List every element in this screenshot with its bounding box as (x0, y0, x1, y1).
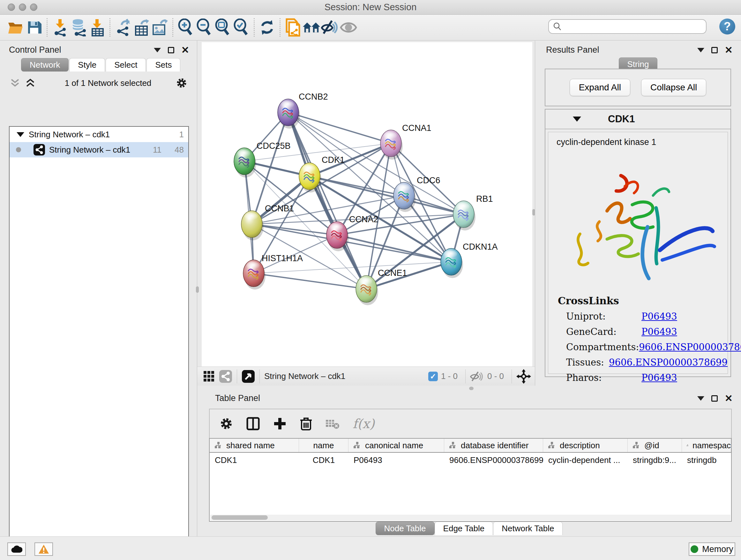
column-header-namespac[interactable]: namespac (682, 439, 731, 452)
search-input[interactable] (562, 22, 699, 32)
pan-crosshair-icon[interactable] (516, 369, 531, 384)
panel-menu-icon[interactable] (697, 48, 704, 52)
cell-database-identifier[interactable]: 9606.ENSP00000378699 (444, 455, 543, 465)
network-row[interactable]: String Network – cdk1 11 48 (10, 142, 188, 158)
tab-network[interactable]: Network (21, 58, 69, 71)
panel-float-icon[interactable] (711, 47, 718, 53)
node-RB1[interactable]: RB1 (453, 194, 493, 231)
panel-menu-icon[interactable] (697, 396, 704, 401)
panel-close-icon[interactable]: ✕ (725, 395, 733, 401)
column-type-icon (353, 442, 361, 449)
panel-menu-icon[interactable] (154, 48, 161, 52)
crosslink-link[interactable]: P06493 (642, 372, 677, 383)
warnings-button[interactable] (35, 543, 53, 556)
cell-description[interactable]: cyclin-dependent ... (543, 455, 628, 465)
collapse-all-icon[interactable] (10, 78, 20, 88)
edge-CCNB2-CCNA1[interactable] (288, 112, 391, 143)
node-CDKN1A[interactable]: CDKN1A (441, 242, 498, 278)
export-image-icon[interactable] (151, 18, 169, 37)
close-window-icon[interactable] (8, 3, 15, 11)
panel-float-icon[interactable] (711, 395, 718, 401)
column-header-description[interactable]: description (543, 439, 628, 452)
import-network-icon[interactable] (51, 18, 69, 37)
crosslink-link[interactable]: P06493 (642, 326, 677, 337)
crosslink-link[interactable]: 9606.ENSP00000378699 (609, 357, 728, 368)
panel-close-icon[interactable]: ✕ (725, 47, 733, 53)
edge-CCNB1-CCNA2[interactable] (252, 224, 337, 235)
minimize-window-icon[interactable] (19, 3, 26, 11)
select-columns-icon[interactable] (246, 417, 260, 431)
delete-column-icon[interactable] (300, 416, 313, 431)
network-badge-icon[interactable] (219, 370, 232, 383)
edge-CCNB2-RB1[interactable] (288, 112, 464, 214)
collapse-all-button[interactable]: Collapse All (641, 79, 706, 96)
network-canvas[interactable]: CCNB2CCNA1CDC25BCDK1CDC6RB1CCNB1CCNA2CDK… (202, 42, 532, 367)
tab-edge-table[interactable]: Edge Table (434, 522, 493, 535)
help-icon[interactable]: ? (719, 18, 735, 35)
show-all-icon[interactable] (339, 18, 358, 37)
expand-all-button[interactable]: Expand All (569, 79, 630, 96)
add-column-icon[interactable] (273, 417, 287, 431)
edge-CDK1-RB1[interactable] (310, 176, 464, 214)
birds-eye-view-icon[interactable] (242, 370, 255, 383)
first-neighbors-icon[interactable] (302, 18, 321, 37)
node-CCNE1[interactable]: CCNE1 (356, 268, 407, 305)
scrollbar-thumb[interactable] (212, 515, 268, 520)
section-expander-icon[interactable] (573, 117, 581, 122)
node-CCNA1[interactable]: CCNA1 (381, 123, 431, 160)
cell-name[interactable]: CDK1 (299, 455, 348, 465)
cell-@id[interactable]: stringdb:9... (628, 455, 682, 465)
cell-namespac[interactable]: stringdb (682, 455, 731, 465)
table-gear-icon[interactable] (219, 417, 233, 431)
export-table-icon[interactable] (132, 18, 151, 37)
column-header-shared-name[interactable]: shared name (210, 439, 299, 452)
tree-expander-icon[interactable] (17, 132, 24, 137)
table-row[interactable]: CDK1CDK1P064939606.ENSP00000378699cyclin… (210, 453, 731, 468)
grid-view-icon[interactable] (202, 370, 216, 383)
save-session-icon[interactable] (25, 18, 44, 37)
panel-float-icon[interactable] (168, 47, 174, 53)
edge-HIST1H1A-CCNE1[interactable] (254, 273, 366, 289)
panel-close-icon[interactable]: ✕ (181, 47, 189, 53)
left-splitter-grip[interactable] (196, 287, 199, 293)
zoom-in-icon[interactable] (177, 18, 195, 37)
tab-style[interactable]: Style (69, 58, 105, 71)
hide-selected-icon[interactable] (321, 18, 339, 37)
gene-section-header[interactable]: CDK1 (545, 110, 731, 129)
clone-network-icon[interactable] (284, 18, 302, 37)
tab-network-table[interactable]: Network Table (493, 522, 562, 535)
cloud-status-button[interactable] (7, 543, 26, 556)
crosslink-link[interactable]: 9606.ENSP00000378699 (639, 341, 741, 353)
crosslink-link[interactable]: P06493 (642, 311, 677, 322)
horizontal-splitter[interactable] (197, 386, 741, 391)
column-header-name[interactable]: name (299, 439, 348, 452)
maximize-window-icon[interactable] (30, 3, 37, 11)
import-table-icon[interactable] (88, 18, 106, 37)
network-type-icon (33, 144, 45, 156)
expand-all-icon[interactable] (25, 78, 36, 88)
apply-layout-icon[interactable] (258, 18, 276, 37)
selected-indicator-checkbox[interactable]: ✓ (428, 372, 438, 381)
memory-button[interactable]: Memory (689, 543, 735, 556)
search-box (548, 19, 706, 34)
network-collection-row[interactable]: String Network – cdk1 1 (10, 127, 188, 142)
open-file-icon[interactable] (6, 18, 25, 37)
zoom-selected-icon[interactable] (232, 18, 251, 37)
table-toolbar: f(x) (209, 409, 732, 438)
zoom-out-icon[interactable] (195, 18, 213, 37)
table-horizontal-scrollbar[interactable] (210, 515, 731, 520)
column-header-canonical-name[interactable]: canonical name (348, 439, 444, 452)
tab-sets[interactable]: Sets (146, 58, 180, 71)
zoom-fit-icon[interactable] (213, 18, 232, 37)
gene-section: CDK1 cyclin-dependent kinase 1 (545, 109, 731, 377)
export-network-icon[interactable] (114, 18, 132, 37)
cell-canonical-name[interactable]: P06493 (348, 455, 444, 465)
import-network-from-database-icon[interactable] (69, 18, 88, 37)
column-header-database-identifier[interactable]: database identifier (444, 439, 543, 452)
column-header-@id[interactable]: @id (628, 439, 682, 452)
cell-shared-name[interactable]: CDK1 (210, 455, 299, 465)
tab-node-table[interactable]: Node Table (376, 522, 434, 535)
gear-icon[interactable] (176, 77, 187, 89)
network-selection-row: 1 of 1 Network selected (10, 77, 187, 89)
tab-select[interactable]: Select (106, 58, 146, 71)
